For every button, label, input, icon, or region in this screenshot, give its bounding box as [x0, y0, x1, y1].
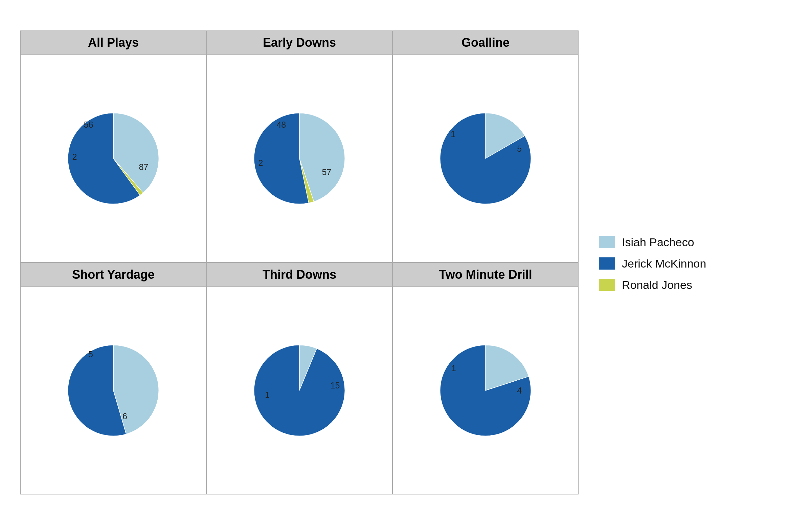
pie-svg-5: 14: [428, 333, 543, 448]
chart-cell-1: Early Downs48257: [206, 30, 392, 262]
pie-svg-2: 15: [428, 101, 543, 216]
chart-cell-5: Two Minute Drill14: [392, 262, 579, 494]
pie-svg-1: 48257: [242, 101, 357, 216]
pie-svg-0: 56287: [56, 101, 171, 216]
pie-label-4-0: 1: [265, 390, 270, 400]
chart-header-1: Early Downs: [207, 31, 392, 55]
pie-label-3-0: 5: [88, 350, 93, 359]
chart-header-4: Third Downs: [207, 263, 392, 287]
chart-body-5: 14: [393, 287, 578, 494]
chart-cell-4: Third Downs115: [206, 262, 392, 494]
pie-svg-3: 56: [56, 333, 171, 448]
pie-label-1-0: 48: [276, 120, 286, 129]
chart-header-2: Goalline: [393, 31, 578, 55]
pie-label-1-2: 57: [322, 167, 332, 177]
legend-item: Isiah Pacheco: [599, 236, 768, 249]
pie-label-2-0: 1: [451, 129, 455, 139]
pie-label-5-1: 4: [517, 386, 522, 395]
chart-body-4: 115: [207, 287, 392, 494]
legend-label: Ronald Jones: [622, 278, 692, 292]
legend-items: Isiah Pacheco Jerick McKinnon Ronald Jon…: [599, 236, 768, 300]
chart-body-2: 15: [393, 55, 578, 262]
legend-label: Jerick McKinnon: [622, 257, 706, 270]
pie-label-4-1: 15: [331, 381, 340, 390]
pie-label-3-1: 6: [122, 411, 127, 421]
chart-body-0: 56287: [21, 55, 206, 262]
legend-swatch: [599, 279, 615, 291]
chart-cell-2: Goalline15: [392, 30, 579, 262]
legend-label: Isiah Pacheco: [622, 236, 694, 249]
pie-label-2-1: 5: [517, 144, 522, 153]
charts-grid: All Plays56287Early Downs48257Goalline15…: [20, 30, 579, 494]
chart-header-0: All Plays: [21, 31, 206, 55]
legend-item: Jerick McKinnon: [599, 257, 768, 270]
pie-label-5-0: 1: [451, 363, 456, 373]
chart-body-3: 56: [21, 287, 206, 494]
chart-cell-0: All Plays56287: [20, 30, 206, 262]
chart-header-3: Short Yardage: [21, 263, 206, 287]
pie-label-1-1: 2: [258, 158, 263, 168]
legend-swatch: [599, 236, 615, 248]
content-area: All Plays56287Early Downs48257Goalline15…: [20, 30, 792, 494]
chart-header-5: Two Minute Drill: [393, 263, 578, 287]
chart-body-1: 48257: [207, 55, 392, 262]
pie-label-0-2: 87: [139, 162, 149, 172]
legend-swatch: [599, 257, 615, 270]
pie-label-0-0: 56: [84, 120, 93, 129]
page-container: All Plays56287Early Downs48257Goalline15…: [0, 0, 812, 508]
pie-svg-4: 115: [242, 333, 357, 448]
chart-cell-3: Short Yardage56: [20, 262, 206, 494]
legend-item: Ronald Jones: [599, 278, 768, 292]
legend-area: Isiah Pacheco Jerick McKinnon Ronald Jon…: [579, 30, 788, 494]
pie-label-0-1: 2: [72, 152, 77, 162]
